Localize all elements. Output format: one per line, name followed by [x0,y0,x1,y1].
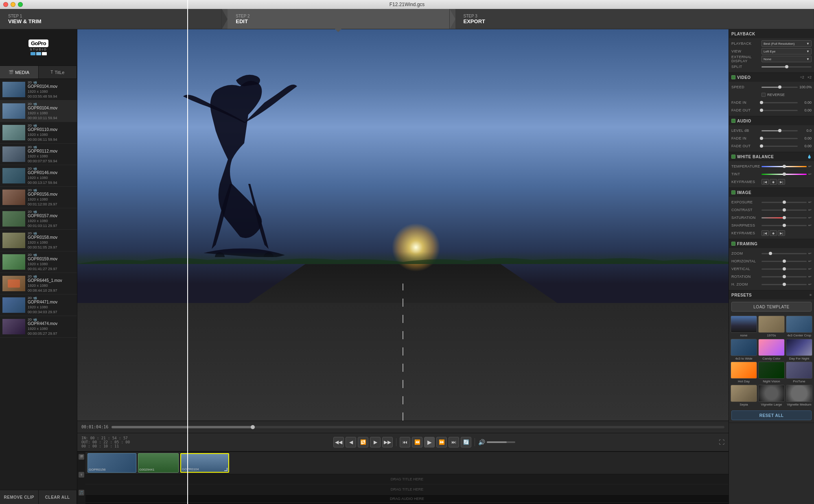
hzoom-reset[interactable]: ↩ [808,282,812,286]
drag-title-area-1[interactable]: DRAG TITLE HERE [85,474,729,484]
step-backward-button[interactable]: ◀◀ [333,437,344,447]
preset-1970s[interactable]: 1970s [758,316,785,338]
temperature-slider[interactable] [761,164,807,169]
preset-thumb-night-vision[interactable] [758,362,785,379]
fast-forward-button[interactable]: ⏩ [436,437,447,447]
timeline-scrubber[interactable] [112,426,724,428]
tint-reset-icon[interactable]: ↩ [808,172,812,176]
media-item[interactable]: 2D📹 GOPR0159.mov 1920 x 1080 00:01:41:27… [0,251,77,273]
view-dropdown[interactable]: Left Eye ▼ [761,48,812,55]
preset-thumb-sepia[interactable] [731,385,757,402]
preset-none[interactable]: none [731,316,757,338]
video-fadein-slider[interactable] [761,100,798,105]
track-clip[interactable]: GOPR0156 [88,453,136,473]
saturation-slider[interactable] [761,215,807,220]
level-slider[interactable] [761,128,798,133]
preset-thumb-vignette-medium[interactable] [786,385,812,402]
kf-btn-1[interactable]: |◀ [761,179,769,185]
playback-header[interactable]: PLAYBACK [729,29,814,38]
preset-thumb-hot-day[interactable] [731,362,757,379]
speed-mult-1[interactable]: ÷2 [800,75,804,79]
media-item[interactable]: 2D📹 GOPR0156.mov 1920 x 1080 00:01:12:00… [0,187,77,208]
step-3[interactable]: STEP 3 EXPORT [455,9,814,29]
preset-vignette-large[interactable]: Vignette Large [758,385,785,407]
preset-thumb-candy[interactable] [758,339,785,356]
preset-thumb-none[interactable] [731,316,757,333]
presets-expand-icon[interactable]: ≡ [810,293,812,297]
con-reset[interactable]: ↩ [808,208,812,212]
media-item[interactable]: 2D📹 GOPR0157.mov 1920 x 1080 00:01:03:11… [0,208,77,230]
sharpness-slider[interactable] [761,223,807,228]
preset-hot-day[interactable]: Hot Day [731,362,757,384]
playback-dropdown[interactable]: Best (Full Resolution) ▼ [761,40,812,47]
audio-fadeout-slider[interactable] [761,144,798,148]
volume-slider[interactable] [487,441,515,443]
media-item[interactable]: 2D📹 GOPR0112.mov 1920 x 1080 00:00:07:07… [0,144,77,165]
video-header[interactable]: VIDEO ÷2 ×2 [729,73,814,82]
split-slider[interactable] [761,64,812,69]
wb-checkbox[interactable] [731,155,735,159]
audio-header[interactable]: AUDIO [729,116,814,125]
rotation-slider[interactable] [761,274,807,279]
preset-protune[interactable]: ProTune [786,362,812,384]
tab-media[interactable]: 🎬 MEDIA [0,66,39,79]
zoom-slider[interactable] [761,251,807,256]
preset-vignette-medium[interactable]: Vignette Medium [786,385,812,407]
media-item[interactable]: 2D📹 GOPR6445_1.mov 1920 x 1080 00:08:44:… [0,273,77,295]
preset-thumb-vignette-large[interactable] [758,385,785,402]
play-button[interactable]: ▶ [424,437,435,447]
video-fadeout-slider[interactable] [761,108,798,113]
loop-button[interactable]: 🔁 [358,437,368,447]
preset-candy-color[interactable]: Candy Color [758,339,785,361]
exposure-slider[interactable] [761,200,807,205]
frame-forward-button[interactable]: ▶ [370,437,381,447]
video-track[interactable]: GOPR0156 G0029441 GOPR0104 [85,452,729,474]
vertical-slider[interactable] [761,266,807,271]
preset-thumb-wide[interactable] [731,339,757,356]
exp-reset[interactable]: ↩ [808,200,812,204]
audio-fadein-slider[interactable] [761,136,798,141]
zoom-reset[interactable]: ↩ [808,251,812,255]
media-item[interactable]: 2D📹 GOPR0146.mov 1920 x 1080 00:00:13:17… [0,165,77,187]
scrubber-bar[interactable]: 00:01:04:16 [77,421,729,433]
sat-reset[interactable]: ↩ [808,216,812,220]
frame-backward-button[interactable]: ◀ [346,437,356,447]
media-item[interactable]: 2D📹 GOPR0104.mov 1920 x 1080 00:03:55:48… [0,79,77,100]
media-list[interactable]: 2D📹 GOPR0104.mov 1920 x 1080 00:03:55:48… [0,79,77,490]
preset-thumb-day-night[interactable] [786,339,812,356]
rot-reset[interactable]: ↩ [808,275,812,279]
preset-4x3-center-crop[interactable]: 4x3 Center Crop [786,316,812,338]
image-header[interactable]: IMAGE [729,188,814,197]
horiz-reset[interactable]: ↩ [808,259,812,263]
media-item[interactable]: 2D📹 GOPR4471.mov 1920 x 1080 00:00:34:03… [0,295,77,316]
rewind-button[interactable]: ⏪ [412,437,422,447]
horizontal-slider[interactable] [761,259,807,264]
preset-thumb-protune[interactable] [786,362,812,379]
contrast-slider[interactable] [761,207,807,212]
close-button[interactable] [3,2,8,7]
fullscreen-button[interactable]: ⛶ [719,439,724,445]
wb-header[interactable]: WHITE BALANCE 💧 [729,152,814,161]
skip-forward-button[interactable]: ⏭ [449,437,459,447]
hzoom-slider[interactable] [761,282,807,287]
framing-header[interactable]: FRAMING [729,239,814,248]
reverse-checkbox[interactable] [761,93,766,97]
img-kf-btn-3[interactable]: ▶| [778,230,785,236]
preset-thumb-1970s[interactable] [758,316,785,333]
drag-title-area-2[interactable]: DRAG TITLE HERE [85,484,729,495]
media-item[interactable]: 2D📹 GOPR0158.mov 1920 x 1080 00:00:51:05… [0,230,77,251]
preset-night-vision[interactable]: Night Vision [758,362,785,384]
preset-thumb-center-crop[interactable] [786,316,812,333]
maximize-button[interactable] [18,2,23,7]
img-kf-btn-2[interactable]: ◆ [770,230,777,236]
video-checkbox[interactable] [731,75,735,79]
ext-display-dropdown[interactable]: None ▼ [761,56,812,62]
preset-sepia[interactable]: Sepia [731,385,757,407]
speed-mult-2[interactable]: ×2 [807,75,812,79]
image-checkbox[interactable] [731,190,735,194]
preset-day-for-night[interactable]: Day For Night [786,339,812,361]
clear-all-button[interactable]: CLEAR ALL [39,490,77,504]
framing-checkbox[interactable] [731,242,735,246]
drag-audio-area-1[interactable]: DRAG AUDIO HERE [85,495,729,503]
vert-reset[interactable]: ↩ [808,267,812,271]
